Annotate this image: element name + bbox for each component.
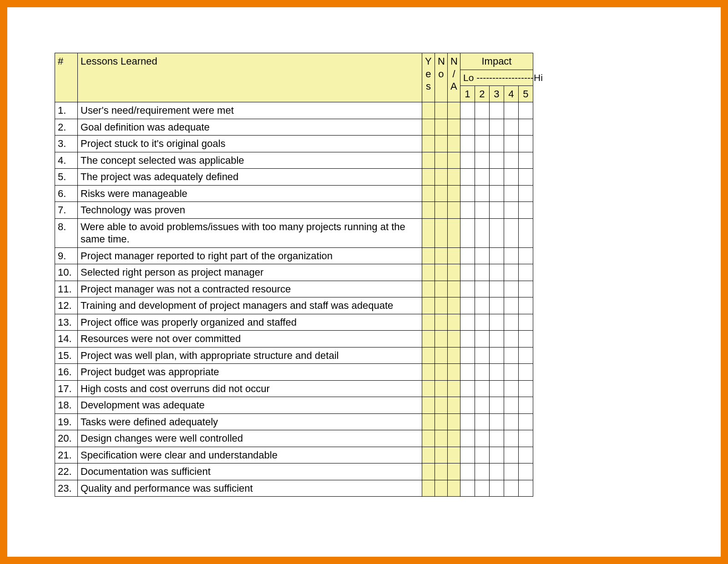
cell-impact-1[interactable] [460,314,475,331]
cell-na[interactable] [447,264,460,281]
cell-na[interactable] [447,347,460,364]
cell-impact-3[interactable] [489,380,504,397]
cell-impact-5[interactable] [518,430,533,447]
cell-impact-3[interactable] [489,218,504,247]
cell-yes[interactable] [422,380,435,397]
cell-impact-1[interactable] [460,102,475,119]
cell-no[interactable] [435,169,447,186]
cell-no[interactable] [435,247,447,264]
cell-impact-1[interactable] [460,202,475,219]
cell-impact-5[interactable] [518,397,533,414]
cell-no[interactable] [435,463,447,480]
cell-impact-2[interactable] [475,463,489,480]
cell-impact-4[interactable] [504,264,518,281]
cell-yes[interactable] [422,413,435,430]
cell-impact-4[interactable] [504,331,518,347]
cell-na[interactable] [447,119,460,136]
cell-impact-4[interactable] [504,169,518,186]
cell-impact-4[interactable] [504,364,518,381]
cell-impact-3[interactable] [489,463,504,480]
cell-na[interactable] [447,185,460,202]
cell-impact-3[interactable] [489,136,504,152]
cell-na[interactable] [447,331,460,347]
cell-impact-2[interactable] [475,264,489,281]
cell-no[interactable] [435,380,447,397]
cell-impact-5[interactable] [518,264,533,281]
cell-impact-2[interactable] [475,480,489,497]
cell-impact-2[interactable] [475,152,489,169]
cell-impact-1[interactable] [460,347,475,364]
cell-impact-2[interactable] [475,119,489,136]
cell-impact-2[interactable] [475,102,489,119]
cell-impact-2[interactable] [475,413,489,430]
cell-na[interactable] [447,281,460,297]
cell-no[interactable] [435,297,447,314]
cell-impact-4[interactable] [504,447,518,463]
cell-impact-5[interactable] [518,331,533,347]
cell-no[interactable] [435,447,447,463]
cell-impact-2[interactable] [475,136,489,152]
cell-impact-1[interactable] [460,281,475,297]
cell-impact-3[interactable] [489,264,504,281]
cell-impact-3[interactable] [489,185,504,202]
cell-yes[interactable] [422,169,435,186]
cell-impact-4[interactable] [504,430,518,447]
cell-impact-5[interactable] [518,480,533,497]
cell-impact-2[interactable] [475,430,489,447]
cell-na[interactable] [447,480,460,497]
cell-yes[interactable] [422,480,435,497]
cell-na[interactable] [447,152,460,169]
cell-impact-1[interactable] [460,447,475,463]
cell-impact-4[interactable] [504,347,518,364]
cell-impact-1[interactable] [460,397,475,414]
cell-impact-2[interactable] [475,202,489,219]
cell-impact-4[interactable] [504,397,518,414]
cell-yes[interactable] [422,247,435,264]
cell-yes[interactable] [422,152,435,169]
cell-impact-5[interactable] [518,463,533,480]
cell-no[interactable] [435,136,447,152]
cell-impact-3[interactable] [489,347,504,364]
cell-no[interactable] [435,185,447,202]
cell-impact-4[interactable] [504,202,518,219]
cell-impact-4[interactable] [504,152,518,169]
cell-no[interactable] [435,264,447,281]
cell-impact-5[interactable] [518,314,533,331]
cell-no[interactable] [435,397,447,414]
cell-impact-5[interactable] [518,218,533,247]
cell-yes[interactable] [422,314,435,331]
cell-impact-2[interactable] [475,347,489,364]
cell-impact-4[interactable] [504,281,518,297]
cell-na[interactable] [447,397,460,414]
cell-impact-1[interactable] [460,430,475,447]
cell-impact-5[interactable] [518,364,533,381]
cell-impact-3[interactable] [489,364,504,381]
cell-impact-1[interactable] [460,169,475,186]
cell-na[interactable] [447,364,460,381]
cell-impact-2[interactable] [475,397,489,414]
cell-impact-5[interactable] [518,247,533,264]
cell-impact-5[interactable] [518,202,533,219]
cell-na[interactable] [447,202,460,219]
cell-yes[interactable] [422,397,435,414]
cell-na[interactable] [447,136,460,152]
cell-impact-5[interactable] [518,413,533,430]
cell-impact-3[interactable] [489,202,504,219]
cell-impact-3[interactable] [489,480,504,497]
cell-na[interactable] [447,463,460,480]
cell-impact-5[interactable] [518,102,533,119]
cell-impact-5[interactable] [518,152,533,169]
cell-yes[interactable] [422,347,435,364]
cell-na[interactable] [447,314,460,331]
cell-impact-4[interactable] [504,380,518,397]
cell-impact-1[interactable] [460,136,475,152]
cell-impact-1[interactable] [460,380,475,397]
cell-na[interactable] [447,102,460,119]
cell-na[interactable] [447,413,460,430]
cell-na[interactable] [447,447,460,463]
cell-impact-5[interactable] [518,281,533,297]
cell-yes[interactable] [422,102,435,119]
cell-no[interactable] [435,331,447,347]
cell-no[interactable] [435,152,447,169]
cell-yes[interactable] [422,364,435,381]
